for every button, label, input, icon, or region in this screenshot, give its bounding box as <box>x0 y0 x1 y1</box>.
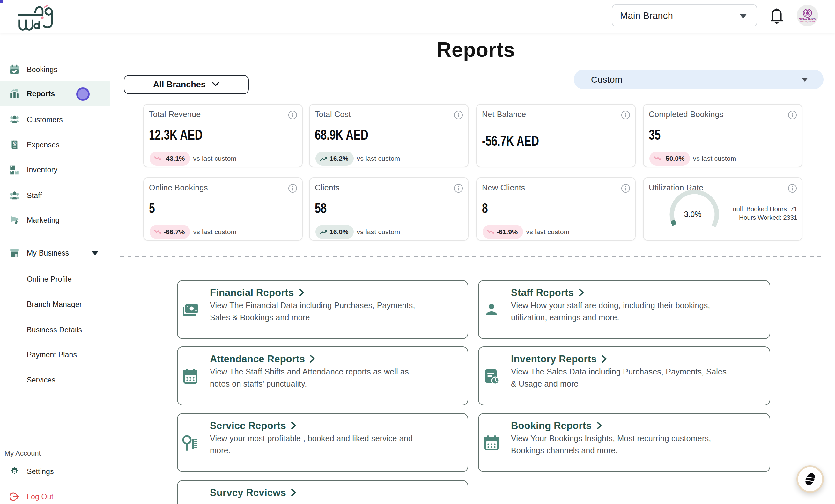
svg-text:Look Good, Feel Good: Look Good, Feel Good <box>800 21 815 23</box>
svg-text:$: $ <box>14 141 16 144</box>
svg-text:REVEAL BEAUTY: REVEAL BEAUTY <box>799 18 816 20</box>
